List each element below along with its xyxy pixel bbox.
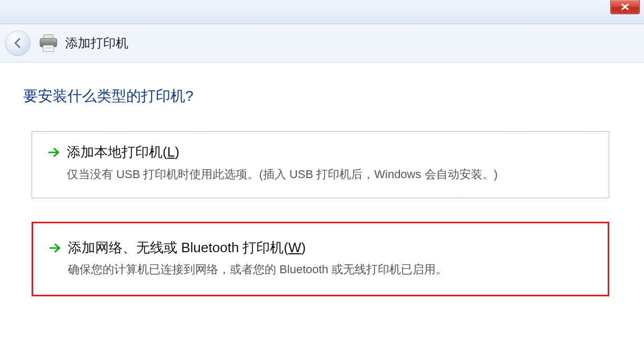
option-title: 添加本地打印机(L) [67, 143, 594, 161]
svg-rect-3 [43, 45, 54, 51]
arrow-left-icon [11, 36, 25, 50]
option-description: 仅当没有 USB 打印机时使用此选项。(插入 USB 打印机后，Windows … [67, 167, 594, 183]
option-title-pre: 添加本地打印机( [67, 144, 167, 160]
wizard-header: 添加打印机 [0, 24, 644, 63]
wizard-content: 要安装什么类型的打印机? 添加本地打印机(L) 仅当没有 USB 打印机时使用此… [0, 63, 644, 296]
option-description: 确保您的计算机已连接到网络，或者您的 Bluetooth 或无线打印机已启用。 [68, 262, 593, 278]
arrow-right-icon [47, 147, 62, 158]
page-heading: 要安装什么类型的打印机? [23, 86, 622, 106]
arrow-right-icon [48, 242, 63, 254]
printer-icon [38, 33, 59, 54]
option-title-post: ) [175, 144, 179, 160]
option-add-network-printer[interactable]: 添加网络、无线或 Bluetooth 打印机(W) 确保您的计算机已连接到网络，… [32, 222, 609, 297]
window-titlebar [0, 0, 644, 24]
option-title: 添加网络、无线或 Bluetooth 打印机(W) [68, 239, 593, 257]
window-close-button[interactable] [610, 0, 640, 14]
close-icon [620, 4, 630, 10]
option-title-key: L [167, 144, 175, 160]
option-title-post: ) [301, 240, 306, 255]
option-title-key: W [288, 240, 301, 255]
svg-point-2 [53, 39, 55, 41]
option-title-pre: 添加网络、无线或 Bluetooth 打印机( [68, 240, 288, 255]
option-add-local-printer[interactable]: 添加本地打印机(L) 仅当没有 USB 打印机时使用此选项。(插入 USB 打印… [32, 131, 609, 198]
back-button[interactable] [5, 30, 31, 56]
wizard-title: 添加打印机 [65, 35, 128, 51]
